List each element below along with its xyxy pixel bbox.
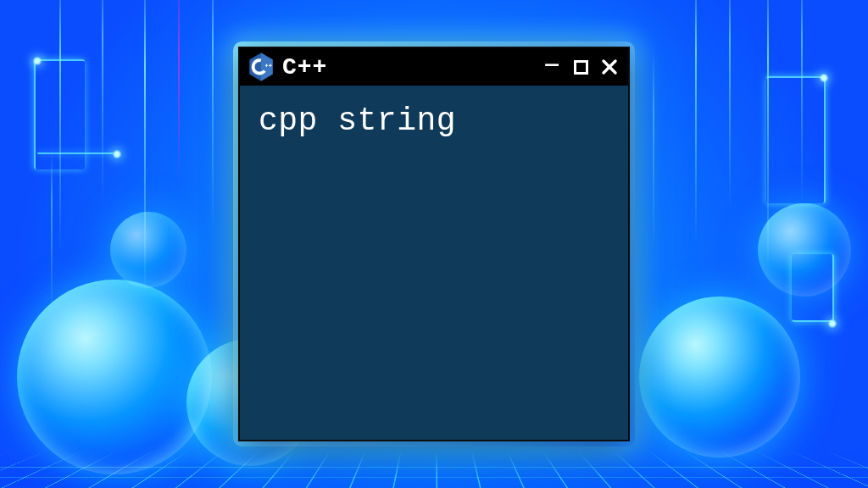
data-stream	[653, 51, 654, 254]
window-title: C++	[282, 54, 327, 80]
app-window: C++ — cpp string	[238, 47, 630, 441]
svg-rect-6	[270, 64, 270, 67]
glow-orb	[17, 280, 212, 474]
square-icon	[574, 60, 588, 75]
data-stream	[695, 0, 697, 246]
data-stream	[178, 0, 180, 186]
circuit-trace	[766, 76, 826, 203]
data-stream	[212, 0, 214, 229]
data-stream	[102, 0, 103, 203]
circuit-node	[112, 149, 122, 159]
window-glow-inner: C++ — cpp string	[233, 42, 635, 446]
svg-rect-4	[266, 64, 267, 67]
minimize-button[interactable]: —	[540, 55, 564, 79]
close-icon	[601, 58, 618, 75]
circuit-node	[819, 73, 829, 83]
terminal-content[interactable]: cpp string	[240, 86, 628, 440]
window-glow: C++ — cpp string	[218, 26, 650, 462]
cpp-logo-icon	[248, 53, 274, 81]
data-stream	[51, 152, 53, 313]
window-controls: —	[540, 55, 621, 79]
glow-orb	[639, 297, 800, 458]
maximize-button[interactable]	[569, 55, 593, 79]
glow-orb	[758, 203, 851, 297]
circuit-node	[827, 319, 837, 329]
circuit-trace	[37, 152, 114, 154]
close-button[interactable]	[598, 55, 621, 79]
titlebar[interactable]: C++ —	[240, 48, 628, 86]
circuit-node	[32, 56, 42, 66]
data-stream	[729, 0, 731, 212]
terminal-text: cpp string	[259, 103, 456, 139]
glow-orb	[110, 212, 186, 288]
